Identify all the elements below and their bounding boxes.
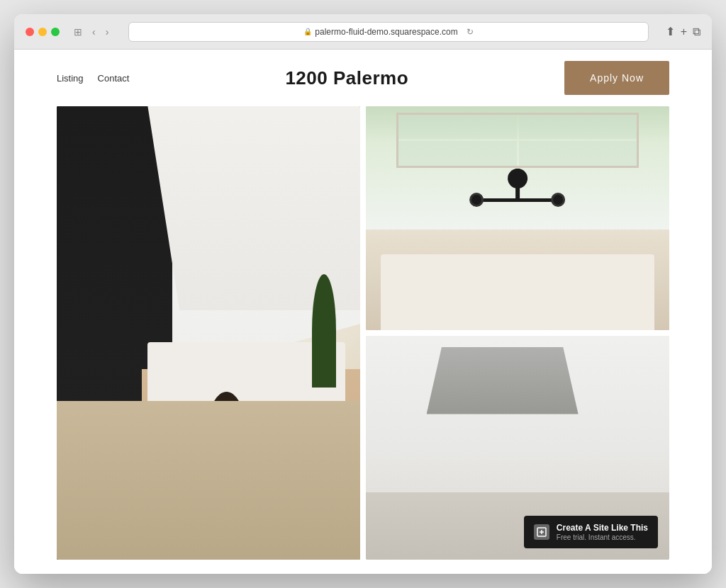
gallery-top-right-image xyxy=(366,106,669,330)
nav-listing[interactable]: Listing xyxy=(57,73,84,84)
share-icon[interactable]: ⬆ xyxy=(666,25,675,38)
back-button[interactable]: ‹ xyxy=(89,25,99,39)
browser-chrome: ⊞ ‹ › 🔒 palermo-fluid-demo.squarespace.c… xyxy=(14,14,712,50)
new-tab-icon[interactable]: + xyxy=(681,26,687,38)
bathtub xyxy=(366,230,669,330)
living-room-image xyxy=(57,106,360,560)
window-pane-3 xyxy=(398,141,517,166)
url-text: palermo-fluid-demo.squarespace.com xyxy=(315,27,457,37)
window-pane-4 xyxy=(519,141,637,166)
address-bar[interactable]: 🔒 palermo-fluid-demo.squarespace.com ↻ xyxy=(128,22,648,42)
squarespace-badge-text: Create A Site Like This Free trial. Inst… xyxy=(557,523,648,541)
reload-icon[interactable]: ↻ xyxy=(467,27,474,37)
forward-button[interactable]: › xyxy=(103,25,112,39)
maximize-button[interactable] xyxy=(51,28,60,36)
window-pane-2 xyxy=(519,115,637,140)
browser-window: ⊞ ‹ › 🔒 palermo-fluid-demo.squarespace.c… xyxy=(14,14,712,574)
site-title: 1200 Palermo xyxy=(129,67,564,89)
sidebar-toggle-icon[interactable]: ⊞ xyxy=(71,25,85,39)
window-pane-1 xyxy=(398,115,517,140)
close-button[interactable] xyxy=(26,28,34,36)
bathtub-interior xyxy=(381,254,654,330)
browser-actions: ⬆ + ⧉ xyxy=(666,25,700,38)
rug xyxy=(133,414,223,469)
site-header: Listing Contact 1200 Palermo Apply Now xyxy=(14,50,712,106)
browser-nav-controls: ⊞ ‹ › xyxy=(71,25,111,39)
apply-now-button[interactable]: Apply Now xyxy=(564,61,669,95)
traffic-lights xyxy=(26,28,60,36)
faucet-crossbar xyxy=(475,198,560,202)
black-wall xyxy=(57,106,172,560)
gallery-bottom-right-image: Create A Site Like This Free trial. Inst… xyxy=(366,336,669,560)
squarespace-badge[interactable]: Create A Site Like This Free trial. Inst… xyxy=(524,516,658,548)
faucet-handle-right xyxy=(551,193,565,207)
squarespace-logo xyxy=(534,524,549,540)
lock-icon: 🔒 xyxy=(303,28,312,35)
bath-image xyxy=(366,106,669,330)
faucet-handle-left xyxy=(470,193,484,207)
page-content: Listing Contact 1200 Palermo Apply Now xyxy=(14,50,712,574)
minimize-button[interactable] xyxy=(38,28,47,36)
nav-contact[interactable]: Contact xyxy=(98,73,130,84)
site-nav: Listing Contact xyxy=(57,73,129,84)
badge-subtitle: Free trial. Instant access. xyxy=(557,533,648,541)
gallery-main-image xyxy=(57,106,360,560)
range-hood xyxy=(427,347,579,414)
stump-table xyxy=(208,392,245,460)
tabs-icon[interactable]: ⧉ xyxy=(693,26,700,38)
faucet-pipe xyxy=(515,169,520,200)
badge-title: Create A Site Like This xyxy=(557,523,648,533)
plant xyxy=(312,274,336,388)
window-frame xyxy=(396,113,639,168)
gallery: Create A Site Like This Free trial. Inst… xyxy=(14,106,712,574)
